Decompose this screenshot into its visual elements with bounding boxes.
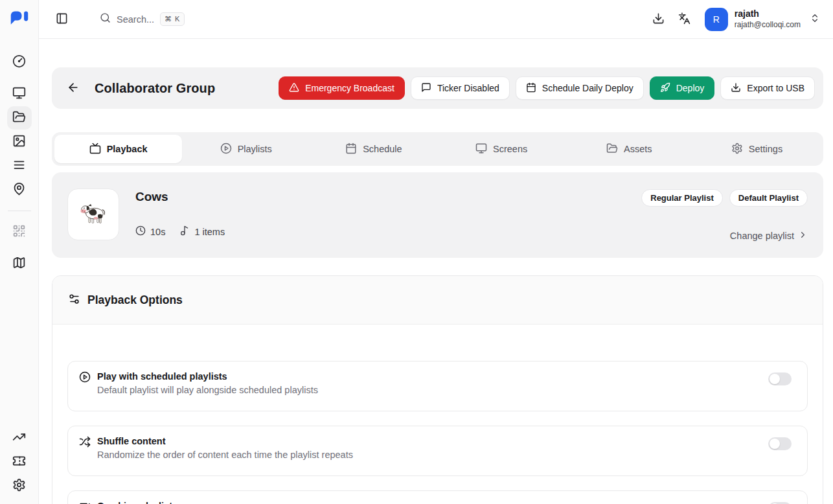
sidebar-item-analytics[interactable] — [7, 426, 32, 450]
tab-label: Playlists — [238, 144, 272, 154]
monitor-icon — [475, 143, 487, 156]
ticket-icon — [12, 454, 26, 470]
sidebar-item-list[interactable] — [7, 154, 32, 178]
tab-bar: Playback Playlists Schedule Screens Asse… — [52, 132, 823, 166]
button-label: Emergency Broadcast — [305, 83, 394, 93]
shuffle-content-toggle[interactable] — [768, 437, 792, 450]
change-playlist-link[interactable]: Change playlist — [730, 230, 808, 242]
sidebar — [0, 0, 39, 504]
button-label: Schedule Daily Deploy — [542, 83, 633, 93]
playback-options-header: Playback Options — [52, 276, 823, 325]
play-circle-icon — [220, 143, 232, 156]
alert-triangle-icon — [289, 82, 299, 95]
playlist-duration: 10s — [135, 225, 165, 238]
folder-open-icon — [12, 110, 26, 126]
user-email: rajath@colloqi.com — [735, 20, 801, 30]
avatar: R — [705, 8, 728, 31]
tab-screens[interactable]: Screens — [438, 135, 565, 163]
playlist-card: Cows 10s 1 items Regular Pl — [52, 172, 823, 258]
qr-code-icon — [12, 224, 26, 240]
option-description: Default playlist will play alongside sch… — [97, 385, 318, 395]
user-names: rajath rajath@colloqi.com — [735, 8, 801, 30]
map-icon — [12, 256, 26, 271]
export-to-usb-button[interactable]: Export to USB — [720, 76, 815, 100]
option-title: Combine playlists — [97, 501, 177, 504]
schedule-daily-deploy-button[interactable]: Schedule Daily Deploy — [516, 76, 644, 100]
button-label: Deploy — [676, 83, 705, 93]
playlist-meta: 10s 1 items — [135, 225, 225, 238]
sliders-icon — [68, 293, 80, 308]
sidebar-item-map[interactable] — [7, 252, 32, 275]
trending-up-icon — [12, 430, 26, 446]
tab-label: Schedule — [363, 144, 402, 154]
sidebar-item-dashboard[interactable] — [7, 51, 32, 74]
sidebar-item-qr[interactable] — [7, 220, 32, 244]
message-square-icon — [421, 82, 431, 95]
search-shortcut-badge: ⌘ K — [160, 12, 185, 26]
ticker-disabled-button[interactable]: Ticker Disabled — [411, 76, 510, 100]
sidebar-item-screens[interactable] — [7, 82, 32, 106]
tv-icon — [89, 143, 101, 156]
download-icon — [731, 82, 741, 95]
playlist-title: Cows — [135, 190, 225, 204]
deploy-button[interactable]: Deploy — [650, 76, 715, 100]
tab-label: Settings — [749, 144, 782, 154]
sidebar-divider — [8, 211, 31, 211]
sidebar-nav-top — [7, 51, 32, 275]
topbar-right: R rajath rajath@colloqi.com — [648, 5, 824, 34]
app-root: Search... ⌘ K R rajath rajath@colloqi.co… — [0, 0, 833, 504]
emergency-broadcast-button[interactable]: Emergency Broadcast — [279, 76, 405, 100]
chevron-right-icon — [798, 230, 808, 242]
sidebar-toggle-button[interactable] — [51, 8, 73, 30]
playlist-badges: Regular Playlist Default Playlist — [641, 189, 808, 207]
back-button[interactable] — [62, 77, 84, 99]
languages-icon — [678, 12, 690, 27]
gear-icon — [12, 478, 26, 494]
folder-open-icon — [606, 143, 618, 156]
playback-options-section: Playback Options Play with scheduled pla… — [52, 275, 823, 504]
gear-icon — [731, 143, 743, 156]
option-text: Combine playlists — [97, 501, 177, 504]
menu-icon — [12, 158, 26, 174]
chevrons-up-down-icon — [810, 13, 820, 25]
image-icon — [12, 134, 26, 150]
search-placeholder: Search... — [117, 14, 154, 25]
playlist-items: 1 items — [179, 225, 225, 238]
button-label: Export to USB — [747, 83, 804, 93]
option-title: Shuffle content — [97, 436, 353, 446]
sidebar-item-assets[interactable] — [7, 130, 32, 154]
arrow-left-icon — [67, 81, 80, 96]
language-button[interactable] — [674, 8, 696, 30]
user-menu[interactable]: R rajath rajath@colloqi.com — [700, 5, 824, 34]
badge-regular-playlist: Regular Playlist — [641, 189, 723, 207]
tab-playlists[interactable]: Playlists — [182, 135, 310, 163]
button-label: Ticker Disabled — [437, 83, 499, 93]
play-with-scheduled-toggle[interactable] — [768, 372, 792, 385]
rocket-icon — [660, 82, 670, 95]
page-header: Collaborator Group Emergency Broadcast T… — [52, 67, 823, 109]
option-text: Play with scheduled playlists Default pl… — [97, 371, 318, 395]
playback-options-body: Play with scheduled playlists Default pl… — [52, 325, 823, 504]
clock-icon — [135, 225, 146, 238]
app-logo — [10, 10, 29, 29]
tab-playback[interactable]: Playback — [54, 135, 182, 163]
download-button[interactable] — [648, 8, 670, 30]
tab-schedule[interactable]: Schedule — [310, 135, 437, 163]
tab-settings[interactable]: Settings — [693, 135, 821, 163]
sidebar-item-settings[interactable] — [7, 474, 32, 498]
page-content: Collaborator Group Emergency Broadcast T… — [39, 39, 833, 504]
tab-label: Playback — [107, 144, 148, 154]
sidebar-item-playlists[interactable] — [7, 106, 32, 130]
sidebar-item-locations[interactable] — [7, 178, 32, 201]
cow-image — [78, 201, 108, 228]
page-title: Collaborator Group — [95, 81, 215, 96]
tab-assets[interactable]: Assets — [565, 135, 693, 163]
tab-label: Screens — [493, 144, 527, 154]
search-input[interactable]: Search... ⌘ K — [100, 12, 185, 26]
playlist-items-value: 1 items — [194, 227, 225, 237]
option-row-shuffle-content: Shuffle content Randomize the order of c… — [67, 426, 808, 476]
sidebar-item-licenses[interactable] — [7, 450, 32, 474]
sidebar-nav-bottom — [7, 426, 32, 498]
search-icon — [100, 12, 111, 26]
user-name: rajath — [735, 8, 801, 20]
